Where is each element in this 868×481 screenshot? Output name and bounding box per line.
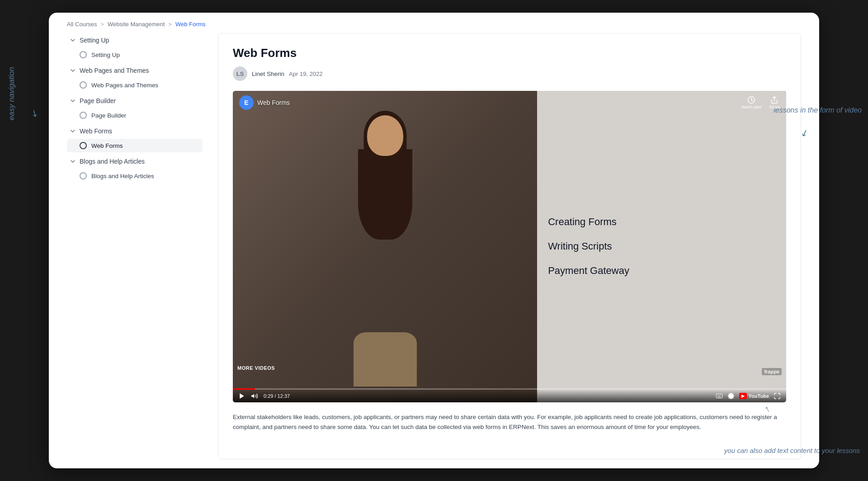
fullscreen-button[interactable] [774,392,781,400]
person-silhouette [278,106,491,387]
video-bottom: 0:29 / 12:37 CC [233,388,786,402]
video-text-payment-gateway: Payment Gateway [548,265,629,277]
sidebar-item-blogs-label: Blogs and Help Articles [91,173,154,179]
svg-marker-2 [251,394,254,398]
sidebar-section-setting-up-header[interactable]: Setting Up [67,33,203,47]
chevron-down-icon [70,37,76,43]
breadcrumb-sep-2: > [168,21,172,28]
video-person-area: MORE VIDEOS [233,91,537,402]
sidebar-item-blogs[interactable]: Blogs and Help Articles [67,169,203,183]
sidebar-section-setting-up: Setting Up Setting Up [67,33,203,61]
breadcrumb-website-management[interactable]: Website Management [108,21,165,28]
more-videos-label: MORE VIDEOS [237,365,275,371]
hair-long [358,149,412,240]
sidebar-section-web-forms-header[interactable]: Web Forms [67,124,203,138]
time-display: 0:29 / 12:37 [264,393,290,399]
controls-left: 0:29 / 12:37 [238,392,290,400]
annotation-lessons-video: lessons in the form of video [774,105,862,116]
video-top-bar: E Web Forms Watch later [233,91,786,114]
sidebar-item-web-forms-label: Web Forms [91,142,123,149]
controls-right: CC ▶ [716,392,781,400]
page-wrapper: All Courses > Website Management > Web F… [0,0,868,481]
sidebar-item-page-builder-label: Page Builder [91,112,126,119]
watch-later-button[interactable]: Watch later [741,96,762,109]
share-label: Share [769,105,780,109]
play-icon [238,392,245,400]
share-button[interactable]: Share [769,96,780,109]
video-player[interactable]: MORE VIDEOS Creating Forms Writing Scrip… [233,91,786,402]
volume-button[interactable] [251,392,258,400]
sidebar-section-web-forms: Web Forms Web Forms [67,124,203,152]
sidebar-section-blogs-header[interactable]: Blogs and Help Articles [67,154,203,169]
sidebar-item-web-pages[interactable]: Web Pages and Themes [67,78,203,92]
video-text-creating-forms: Creating Forms [548,216,617,228]
circle-icon [80,172,87,179]
video-person [233,91,537,402]
lesson-description: External stakeholders like leads, custom… [233,412,786,433]
sidebar-item-page-builder[interactable]: Page Builder [67,108,203,122]
sidebar-section-blogs-label: Blogs and Help Articles [80,158,145,165]
circle-icon [80,112,87,119]
circle-icon [80,51,87,58]
play-button[interactable] [238,392,245,400]
main-card: All Courses > Website Management > Web F… [49,13,819,468]
annotation-arrow-nav: ↘ [28,106,41,119]
chevron-down-icon [70,158,76,165]
sidebar: Setting Up Setting Up Web Pages and Them… [67,33,207,459]
sidebar-section-page-builder-header[interactable]: Page Builder [67,94,203,108]
circle-icon-active [80,142,87,149]
video-inner: MORE VIDEOS Creating Forms Writing Scrip… [233,91,786,402]
sidebar-section-page-builder: Page Builder Page Builder [67,94,203,122]
sidebar-section-web-pages: Web Pages and Themes Web Pages and Theme… [67,63,203,92]
sidebar-item-setting-up-label: Setting Up [91,52,120,58]
circle-icon [80,81,87,89]
lesson-title: Web Forms [233,46,786,60]
youtube-brand: ▶ YouTube [739,393,769,399]
share-icon [770,96,778,104]
sidebar-item-web-forms[interactable]: Web Forms [67,139,203,152]
frappe-watermark: frappe [762,368,782,375]
avatar: LS [233,66,247,81]
settings-button[interactable] [727,392,735,400]
breadcrumb: All Courses > Website Management > Web F… [49,13,819,33]
fullscreen-icon [774,392,781,400]
volume-icon [251,392,258,400]
sidebar-section-web-forms-label: Web Forms [80,127,112,135]
content-area: Setting Up Setting Up Web Pages and Them… [49,33,819,468]
video-text-writing-scripts: Writing Scripts [548,240,612,252]
sidebar-section-web-pages-label: Web Pages and Themes [80,67,149,74]
video-text-area: Creating Forms Writing Scripts Payment G… [537,91,786,402]
author-row: LS Linet Sherin Apr 19, 2022 [233,66,786,81]
youtube-text: YouTube [749,393,769,399]
author-name: Linet Sherin [252,71,284,77]
settings-icon [727,392,735,400]
author-date: Apr 19, 2022 [289,71,322,77]
cc-icon: CC [716,392,723,400]
youtube-logo: E [239,95,254,110]
lesson-content: Web Forms LS Linet Sherin Apr 19, 2022 [218,33,801,459]
svg-text:CC: CC [717,395,721,397]
annotation-easy-navigation: easy navigation [6,67,17,120]
sidebar-section-setting-up-label: Setting Up [80,37,109,44]
clock-icon [747,96,755,104]
sidebar-section-web-pages-header[interactable]: Web Pages and Themes [67,63,203,78]
chevron-down-icon [70,98,76,104]
watch-later-label: Watch later [741,105,762,109]
video-title-chip: E Web Forms [239,95,290,110]
sidebar-item-web-pages-label: Web Pages and Themes [91,82,158,89]
video-title-text: Web Forms [257,99,290,106]
cc-button[interactable]: CC [716,392,723,400]
youtube-red-logo: ▶ [739,393,747,399]
video-top-actions: Watch later Share [741,96,780,109]
body [354,332,417,387]
chevron-down-icon [70,67,76,74]
head [367,115,403,156]
sidebar-section-page-builder-label: Page Builder [80,97,116,104]
breadcrumb-web-forms: Web Forms [175,21,206,28]
breadcrumb-sep-1: > [100,21,104,28]
sidebar-item-setting-up[interactable]: Setting Up [67,48,203,61]
chevron-down-icon [70,128,76,134]
annotation-text-content: you can also add text content to your le… [724,445,860,456]
breadcrumb-all-courses[interactable]: All Courses [67,21,97,28]
svg-marker-1 [240,393,244,399]
